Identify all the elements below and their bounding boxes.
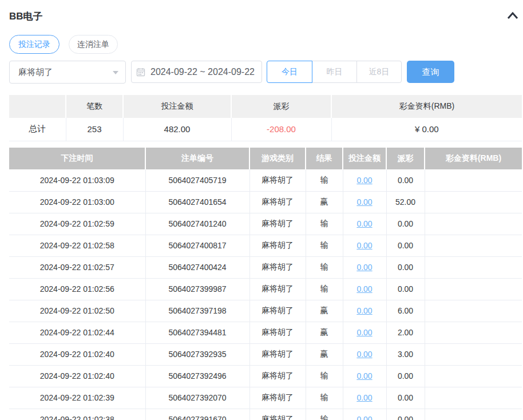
tab-cancelled-bets[interactable]: 连消注单: [69, 35, 118, 54]
record-payout: 0.00: [386, 213, 425, 235]
summary-total-bet-amount: 482.00: [123, 118, 231, 141]
bet-amount-link[interactable]: 0.00: [356, 306, 372, 315]
record-bet-no: 5064027401240: [145, 213, 249, 235]
records-header-bet-no: 注单编号: [145, 148, 249, 169]
record-game: 麻将胡了: [249, 278, 306, 300]
record-row: 2024-09-22 01:02:585064027400817麻将胡了输0.0…: [9, 235, 522, 256]
record-result: 输: [306, 235, 343, 256]
record-payout: 0.00: [386, 235, 425, 256]
record-game: 麻将胡了: [249, 322, 306, 343]
record-bet-amount-link: 0.00: [343, 343, 386, 365]
date-range-picker[interactable]: 2024-09-22 ~ 2024-09-22: [131, 61, 262, 83]
summary-table: 笔数 投注金额 派彩 彩金资料(RMB) 总计 253 482.00 -208.…: [9, 95, 522, 141]
record-bonus: [425, 409, 522, 420]
record-bonus: [425, 191, 522, 213]
record-bet-no: 5064027391670: [145, 409, 249, 420]
record-bet-amount-link: 0.00: [343, 322, 386, 343]
record-row: 2024-09-22 01:02:505064027397198麻将胡了赢0.0…: [9, 300, 522, 322]
record-row: 2024-09-22 01:03:005064027401654麻将胡了赢0.0…: [9, 191, 522, 213]
record-time: 2024-09-22 01:02:39: [9, 387, 145, 409]
records-header-result: 结果: [306, 148, 343, 169]
record-bet-amount-link: 0.00: [343, 235, 386, 256]
records-header-payout: 派彩: [386, 148, 425, 169]
record-bet-no: 5064027392496: [145, 365, 249, 387]
record-payout: 52.00: [386, 191, 425, 213]
game-type-select[interactable]: 麻将胡了: [9, 61, 126, 84]
bet-amount-link[interactable]: 0.00: [356, 219, 372, 228]
record-payout: 6.00: [386, 300, 425, 322]
bet-amount-link[interactable]: 0.00: [356, 350, 372, 359]
bet-amount-link[interactable]: 0.00: [356, 241, 372, 250]
record-result: 赢: [306, 191, 343, 213]
record-bet-amount-link: 0.00: [343, 256, 386, 278]
record-game: 麻将胡了: [249, 300, 306, 322]
record-game: 麻将胡了: [249, 387, 306, 409]
game-type-selected-value: 麻将胡了: [18, 61, 53, 83]
record-bonus: [425, 256, 522, 278]
summary-total-payout: -208.00: [231, 118, 331, 141]
date-range-value: 2024-09-22 ~ 2024-09-22: [150, 61, 255, 82]
bet-amount-link[interactable]: 0.00: [356, 393, 372, 402]
records-header-bonus: 彩金资料(RMB): [425, 148, 522, 169]
record-row: 2024-09-22 01:02:445064027394481麻将胡了赢0.0…: [9, 322, 522, 343]
record-result: 赢: [306, 322, 343, 343]
records-header-row: 下注时间 注单编号 游戏类别 结果 投注金额 派彩 彩金资料(RMB): [9, 148, 522, 169]
bet-amount-link[interactable]: 0.00: [356, 328, 372, 337]
record-time: 2024-09-22 01:02:44: [9, 322, 145, 343]
summary-header-bet-amount: 投注金额: [123, 95, 231, 118]
yesterday-button[interactable]: 昨日: [312, 61, 357, 83]
record-result: 输: [306, 409, 343, 420]
record-row: 2024-09-22 01:02:405064027392496麻将胡了输0.0…: [9, 365, 522, 387]
chevron-down-icon: [113, 71, 118, 74]
bet-amount-link[interactable]: 0.00: [356, 415, 372, 420]
record-game: 麻将胡了: [249, 235, 306, 256]
record-time: 2024-09-22 01:02:57: [9, 256, 145, 278]
record-bonus: [425, 300, 522, 322]
record-bet-amount-link: 0.00: [343, 278, 386, 300]
record-result: 赢: [306, 300, 343, 322]
bet-amount-link[interactable]: 0.00: [356, 176, 372, 185]
record-result: 输: [306, 169, 343, 191]
bet-amount-link[interactable]: 0.00: [356, 284, 372, 294]
record-result: 输: [306, 278, 343, 300]
record-bet-amount-link: 0.00: [343, 191, 386, 213]
search-button[interactable]: 查询: [407, 61, 454, 83]
tab-betting-records[interactable]: 投注记录: [9, 35, 60, 54]
record-time: 2024-09-22 01:02:56: [9, 278, 145, 300]
records-table: 下注时间 注单编号 游戏类别 结果 投注金额 派彩 彩金资料(RMB) 2024…: [9, 148, 522, 420]
record-result: 输: [306, 256, 343, 278]
record-payout: 0.00: [386, 387, 425, 409]
record-bet-amount-link: 0.00: [343, 300, 386, 322]
chevron-up-icon[interactable]: [507, 11, 518, 21]
panel-header: BB电子: [9, 10, 518, 23]
record-row: 2024-09-22 01:02:385064027391670麻将胡了输0.0…: [9, 409, 522, 420]
panel-title: BB电子: [9, 11, 43, 22]
record-result: 赢: [306, 343, 343, 365]
tab-bar: 投注记录 连消注单: [9, 35, 127, 54]
bet-amount-link[interactable]: 0.00: [356, 371, 372, 381]
record-time: 2024-09-22 01:02:40: [9, 343, 145, 365]
record-bet-amount-link: 0.00: [343, 365, 386, 387]
record-game: 麻将胡了: [249, 409, 306, 420]
summary-total-count: 253: [66, 118, 123, 141]
record-row: 2024-09-22 01:03:095064027405719麻将胡了输0.0…: [9, 169, 522, 191]
last-8-days-button[interactable]: 近8日: [356, 61, 402, 83]
quick-range-button-group: 今日 昨日 近8日: [267, 61, 402, 83]
record-bonus: [425, 278, 522, 300]
record-bet-no: 5064027397198: [145, 300, 249, 322]
summary-header-count: 笔数: [66, 95, 123, 118]
bet-amount-link[interactable]: 0.00: [356, 263, 372, 272]
record-time: 2024-09-22 01:02:58: [9, 235, 145, 256]
record-bet-no: 5064027400817: [145, 235, 249, 256]
bet-amount-link[interactable]: 0.00: [356, 197, 372, 207]
record-result: 输: [306, 213, 343, 235]
record-game: 麻将胡了: [249, 365, 306, 387]
betting-records-panel: BB电子 投注记录 连消注单 麻将胡了: [0, 0, 523, 420]
summary-header-row: 笔数 投注金额 派彩 彩金资料(RMB): [9, 95, 522, 118]
record-payout: 0.00: [386, 169, 425, 191]
record-time: 2024-09-22 01:03:09: [9, 169, 145, 191]
record-bet-no: 5064027401654: [145, 191, 249, 213]
filter-bar: 麻将胡了 2024-09-22 ~ 2024-09-22: [9, 61, 518, 84]
record-result: 输: [306, 365, 343, 387]
today-button[interactable]: 今日: [267, 61, 312, 83]
